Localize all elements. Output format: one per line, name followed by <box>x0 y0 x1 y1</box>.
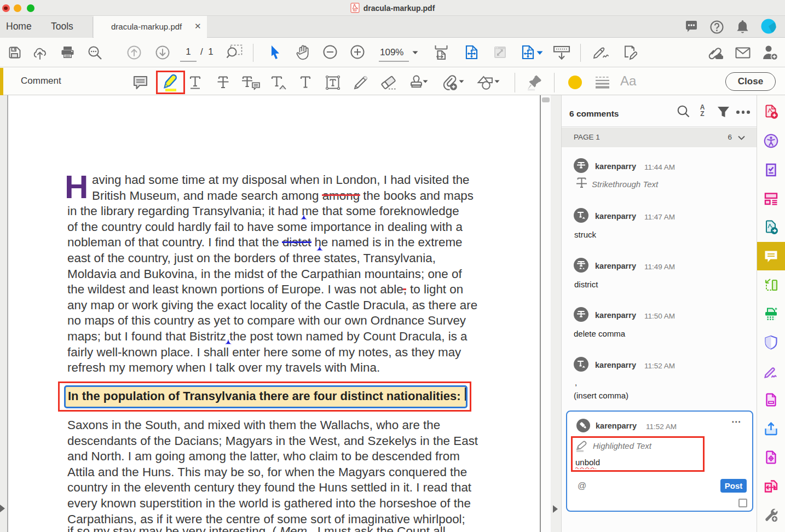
svg-text:PDF: PDF <box>353 10 357 12</box>
